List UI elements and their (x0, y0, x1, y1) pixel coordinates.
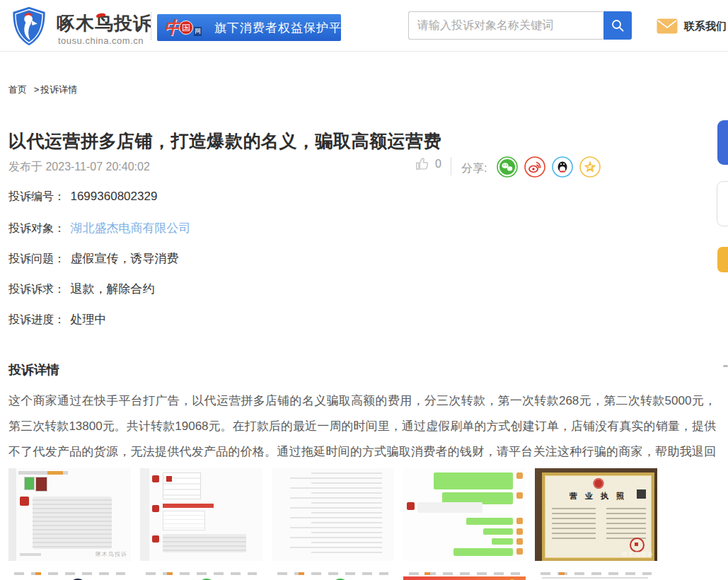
attachment-thumbnails-row2 (8, 570, 657, 580)
floating-widget-white[interactable] (717, 181, 728, 226)
attachment-thumbnail-9[interactable] (403, 570, 526, 580)
site-url: tousu.china.com.cn (58, 35, 144, 46)
national-emblem-icon (593, 478, 603, 489)
weibo-share-icon[interactable] (524, 156, 545, 178)
search-icon (610, 18, 625, 33)
field-complaint-number: 投诉编号： 1699360802329 (8, 190, 157, 204)
attachment-thumbnail-6[interactable] (8, 570, 131, 580)
watermark: 啄木鸟投诉 (622, 550, 654, 558)
attachment-thumbnails: 啄木鸟投诉 (8, 468, 657, 561)
complaint-demand-value: 退款，解除合约 (70, 282, 154, 296)
header-divider (151, 12, 151, 40)
complaint-status-value: 处理中 (70, 313, 106, 326)
share-icons (497, 156, 601, 178)
breadcrumb-home[interactable]: 首页 (8, 84, 27, 95)
like-count: 0 (435, 158, 441, 170)
attachment-thumbnail-chat-1[interactable]: 啄木鸟投诉 (8, 468, 131, 561)
qr-code-icon (637, 489, 646, 499)
field-complaint-status: 投诉进度： 处理中 (8, 311, 106, 327)
qq-share-icon[interactable] (552, 156, 573, 178)
china-net-logo: 中 国 网 (157, 16, 206, 39)
published-date: 发布于 2023-11-07 20:40:02 (8, 160, 150, 175)
floating-widget-blue[interactable] (717, 120, 728, 165)
contact-us-link[interactable]: 联系我们：t (657, 18, 728, 34)
watermark: 啄木鸟投诉 (96, 550, 127, 558)
star-share-icon[interactable] (579, 156, 601, 178)
attachment-thumbnail-business-license[interactable]: 营 业 执 照 啄木鸟投诉 (535, 468, 657, 561)
complaint-title: 以代运营拼多店铺，打造爆款的名义，骗取高额运营费 (8, 129, 441, 153)
field-complaint-target: 投诉对象： 湖北盛杰电商有限公司 (8, 220, 190, 236)
floating-widget-yellow[interactable] (717, 247, 728, 272)
site-logo[interactable]: 啄木鸟投诉 tousu.china.com.cn (8, 6, 150, 48)
like-button[interactable]: 0 (415, 156, 441, 172)
breadcrumb-separator: > (34, 84, 40, 95)
woodpecker-shield-icon (8, 6, 50, 47)
complaint-target-link[interactable]: 湖北盛杰电商有限公司 (70, 221, 190, 235)
attachment-thumbnail-records[interactable] (272, 468, 394, 561)
complaint-number-value: 1699360802329 (70, 190, 157, 203)
wechat-share-icon[interactable] (497, 156, 518, 178)
field-complaint-issue: 投诉问题： 虚假宣传，诱导消费 (8, 250, 178, 267)
china-net-badge: 中 国 网 旗下消费者权益保护平台 (157, 14, 341, 41)
envelope-icon (657, 18, 678, 34)
search-button[interactable] (603, 11, 632, 40)
attachment-thumbnail-chat-2[interactable] (140, 468, 262, 561)
attachment-thumbnail-8[interactable] (272, 570, 394, 580)
attachment-thumbnail-wechat[interactable] (403, 468, 526, 561)
header: 啄木鸟投诉 tousu.china.com.cn 中 国 网 旗下消费者权益保护… (0, 0, 728, 52)
complaint-issue-value: 虚假宣传，诱导消费 (70, 252, 178, 265)
field-complaint-demand: 投诉诉求： 退款，解除合约 (8, 281, 154, 297)
thumbs-up-icon (415, 156, 430, 172)
breadcrumb: 首页 >投诉详情 (8, 83, 77, 96)
breadcrumb-current: 投诉详情 (40, 84, 77, 95)
floating-widget-dash (723, 365, 728, 367)
complaint-detail-page: 啄木鸟投诉 tousu.china.com.cn 中 国 网 旗下消费者权益保护… (0, 0, 728, 580)
contact-label: 联系我们：t (684, 20, 728, 33)
share-label: 分享: (461, 161, 487, 176)
badge-text: 旗下消费者权益保护平台 (214, 20, 341, 36)
search-input[interactable] (408, 11, 603, 40)
attachment-thumbnail-7[interactable] (140, 570, 262, 580)
detail-heading: 投诉详情 (8, 361, 59, 378)
meta-divider (451, 157, 451, 175)
license-title: 营 业 执 照 (545, 491, 652, 501)
attachment-thumbnail-10[interactable] (535, 570, 657, 580)
